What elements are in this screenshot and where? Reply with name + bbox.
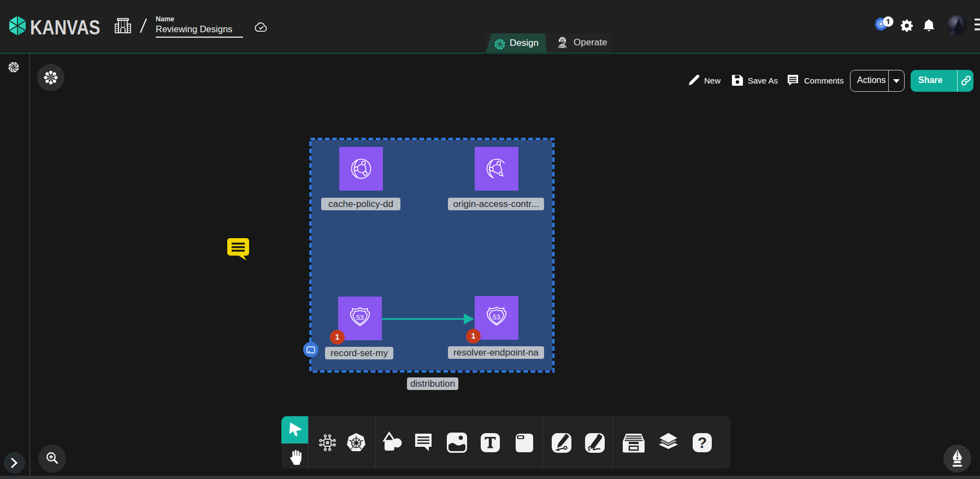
svg-text:53: 53: [356, 314, 364, 322]
svg-text:?: ?: [698, 434, 707, 451]
svg-text:53: 53: [493, 314, 500, 321]
